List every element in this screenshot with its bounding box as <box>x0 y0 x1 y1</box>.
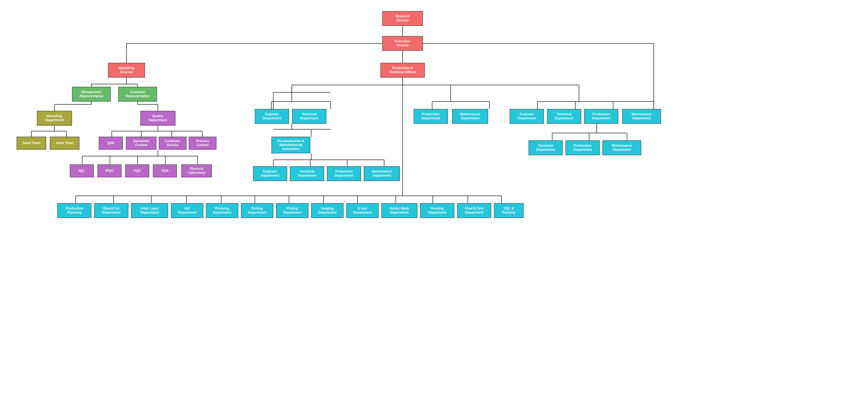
node-technical-dept-rr2: TechnicalDepartment <box>529 141 563 155</box>
connector-lines <box>0 0 868 399</box>
node-plating: PlatingDepartment <box>276 203 308 218</box>
node-board-cut: Board CutDepartment <box>94 203 128 218</box>
node-marketing-director: MarketingDirector <box>108 63 145 78</box>
node-inner-layer: Inner LayerDepartment <box>131 203 168 218</box>
node-iqc: IQC <box>70 164 94 177</box>
node-production-planning: ProductionPlanning <box>57 203 91 218</box>
node-preprod: Pre-production &ManufacturingInstruction <box>272 137 310 153</box>
node-customer-rep: CustomerRepresentative <box>118 87 157 101</box>
node-final-etest: Final E-TestDepartment <box>457 203 491 218</box>
node-production-dept-2: ProductionDepartment <box>327 166 361 181</box>
node-pto: Production &Technical Officer <box>380 63 425 78</box>
org-chart: Board ofdirector Executivedirector Produ… <box>0 0 868 399</box>
node-aoi: AOIDepartment <box>171 203 203 218</box>
node-maintenance-dept-2: MaintenanceDepartment <box>364 166 400 181</box>
node-process-control: ProcessControl <box>189 137 216 150</box>
node-oqa: OQA <box>153 164 177 177</box>
node-qae: QAE <box>99 137 123 150</box>
node-production-dept-rr1: ProductionDepartment <box>584 109 618 124</box>
node-physical-lab: PhysicalLaboratory <box>181 164 212 177</box>
node-drilling: DrillingDepartment <box>241 203 273 218</box>
node-technical-dept-rr1: TechnicalDepartment <box>547 109 581 124</box>
node-management-rep: ManagementRepresentative <box>72 87 111 101</box>
node-executive-director: Executivedirector <box>382 36 423 51</box>
node-fqc-packing: FQC &Packing <box>494 203 524 218</box>
node-production-dept-rr2: ProductionDepartment <box>565 141 600 155</box>
node-engineer-dept-2: EngineerDepartment <box>253 166 287 181</box>
node-maintenance-dept-rr1: MaintenanceDepartment <box>622 109 661 124</box>
node-production-dept-r1: ProductionDepartment <box>414 109 448 124</box>
node-pressing: PressingDepartment <box>206 203 238 218</box>
node-quality-dept: QualityDepartment <box>141 111 176 126</box>
node-document-control: DocumentControl <box>126 137 156 150</box>
node-engineer-dept-rr1: EngineerDepartment <box>510 109 544 124</box>
node-fqa: FQA <box>125 164 149 177</box>
node-ipqc: IPQC <box>97 164 122 177</box>
node-marketing-dept: MarketingDepartment <box>37 111 72 126</box>
node-technical-dept-2: TechnicalDepartment <box>290 166 324 181</box>
node-board-of-director: Board ofdirector <box>382 11 423 26</box>
node-sales-team-2: Sales Team <box>50 137 80 150</box>
node-imaging: ImagingDepartment <box>311 203 343 218</box>
node-rooting: RootingDepartment <box>420 203 454 218</box>
node-customer-service: CustomerService <box>159 137 187 150</box>
node-sales-team-1: Sales Team <box>17 137 46 150</box>
node-maintenance-dept-rr3: MaintenanceDepartment <box>602 141 641 155</box>
node-engineer-dept-1: EngineerDepartment <box>255 109 289 124</box>
node-maintenance-dept-r1: MaintenanceDepartment <box>452 109 488 124</box>
node-selder-mask: Selder MaskDepartment <box>381 203 417 218</box>
node-technical-dept-1: TechnicalDepartment <box>292 109 326 124</box>
node-etest: E-testDepartment <box>346 203 379 218</box>
